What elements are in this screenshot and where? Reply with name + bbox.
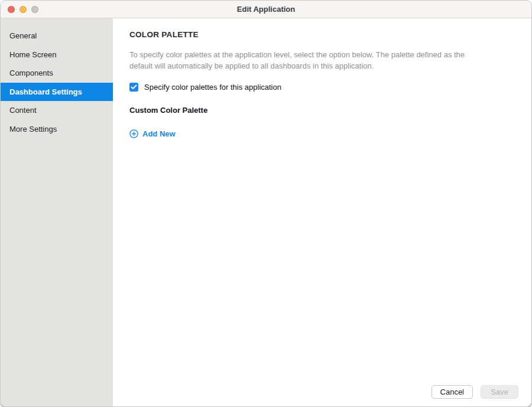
specify-palettes-label: Specify color palettes for this applicat… bbox=[144, 83, 281, 92]
footer-actions: Cancel Save bbox=[432, 385, 518, 399]
sidebar-item-content[interactable]: Content bbox=[1, 101, 113, 120]
minimize-button[interactable] bbox=[20, 6, 27, 13]
sidebar: General Home Screen Components Dashboard… bbox=[1, 18, 113, 406]
save-button: Save bbox=[481, 385, 518, 399]
zoom-button-disabled bbox=[31, 6, 38, 13]
checkmark-icon bbox=[131, 84, 137, 90]
plus-circle-icon bbox=[129, 129, 138, 138]
main-panel: COLOR PALETTE To specify color palettes … bbox=[113, 18, 531, 406]
custom-palette-subheading: Custom Color Palette bbox=[129, 106, 514, 115]
sidebar-item-dashboard-settings[interactable]: Dashboard Settings bbox=[1, 83, 113, 102]
cancel-button[interactable]: Cancel bbox=[432, 385, 473, 399]
add-new-label: Add New bbox=[142, 129, 176, 138]
section-heading: COLOR PALETTE bbox=[129, 30, 514, 39]
add-new-link[interactable]: Add New bbox=[129, 129, 176, 138]
sidebar-item-home-screen[interactable]: Home Screen bbox=[1, 45, 113, 64]
sidebar-item-general[interactable]: General bbox=[1, 27, 113, 45]
section-description: To specify color palettes at the applica… bbox=[129, 49, 484, 71]
specify-palettes-checkbox[interactable] bbox=[129, 83, 138, 92]
specify-palettes-row: Specify color palettes for this applicat… bbox=[129, 83, 514, 92]
edit-application-dialog: Edit Application General Home Screen Com… bbox=[0, 0, 532, 407]
sidebar-item-more-settings[interactable]: More Settings bbox=[1, 120, 113, 139]
traffic-lights bbox=[8, 1, 38, 18]
sidebar-item-components[interactable]: Components bbox=[1, 64, 113, 83]
window-title: Edit Application bbox=[1, 5, 531, 14]
title-bar: Edit Application bbox=[1, 1, 531, 18]
close-button[interactable] bbox=[8, 6, 15, 13]
